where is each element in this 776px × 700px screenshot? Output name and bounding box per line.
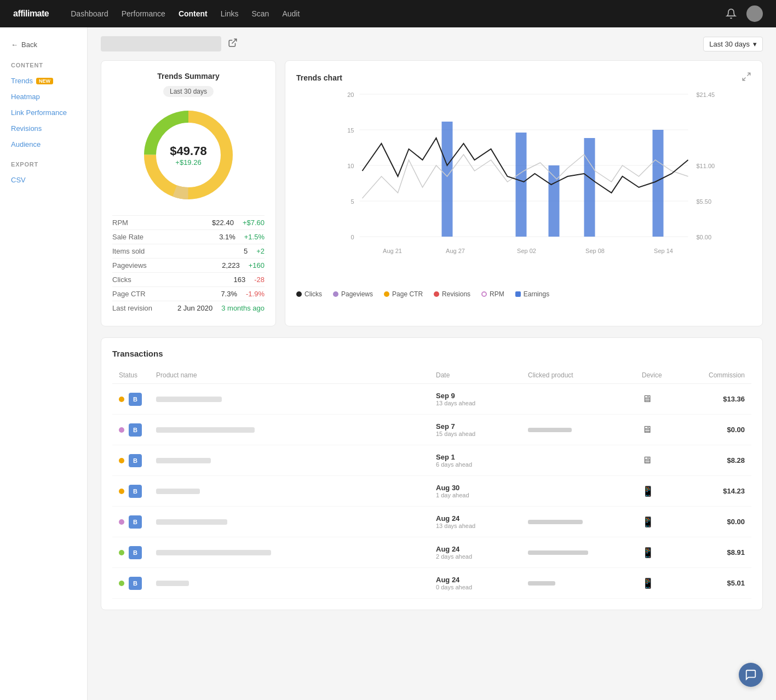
nav-audit[interactable]: Audit <box>282 9 300 18</box>
mobile-icon: 📱 <box>642 547 654 558</box>
donut-value: $49.78 <box>170 144 206 158</box>
svg-text:10: 10 <box>347 163 354 169</box>
status-dot <box>119 427 124 433</box>
svg-rect-29 <box>584 138 595 237</box>
nav-performance[interactable]: Performance <box>122 9 165 18</box>
row1-commission: $13.36 <box>690 395 745 403</box>
legend-clicks: Clicks <box>296 290 322 298</box>
legend-revisions-label: Revisions <box>442 290 470 298</box>
row7-commission: $5.01 <box>690 579 745 587</box>
page-title-input[interactable] <box>101 36 221 51</box>
product-name-bar <box>156 550 271 555</box>
trends-label: Trends <box>11 77 33 85</box>
sidebar-item-link-performance[interactable]: Link Performance <box>0 105 87 121</box>
stat-items-sold-label: Items sold <box>112 247 145 255</box>
row5-date: Aug 24 13 days ahead <box>436 514 524 529</box>
chat-bubble[interactable] <box>739 663 763 687</box>
row3-device: 🖥 <box>642 455 686 466</box>
row2-product <box>156 427 432 433</box>
sidebar-item-trends[interactable]: Trends NEW <box>0 73 87 89</box>
product-icon: B <box>129 515 142 529</box>
fullscreen-icon[interactable] <box>741 72 751 83</box>
donut-change: +$19.26 <box>170 158 206 167</box>
date-secondary: 1 day ahead <box>436 492 524 498</box>
date-primary: Aug 24 <box>436 514 524 523</box>
sidebar-item-revisions[interactable]: Revisions <box>0 121 87 136</box>
avatar[interactable] <box>746 5 763 22</box>
date-secondary: 15 days ahead <box>436 431 524 437</box>
product-name-bar <box>156 581 189 586</box>
row6-device: 📱 <box>642 547 686 559</box>
row3-commission: $8.28 <box>690 456 745 464</box>
sidebar-section-content: CONTENT <box>0 62 87 73</box>
product-name-bar <box>156 519 227 525</box>
sidebar-item-audience[interactable]: Audience <box>0 136 87 152</box>
stat-rpm-label: RPM <box>112 219 128 227</box>
col-product: Product name <box>156 371 432 379</box>
status-dot <box>119 519 124 525</box>
product-icon: B <box>129 454 142 467</box>
stat-clicks-values: 163 -28 <box>218 276 265 284</box>
notification-icon[interactable] <box>725 7 738 20</box>
stat-clicks-delta: -28 <box>254 276 265 284</box>
svg-text:$21.45: $21.45 <box>697 91 715 98</box>
svg-text:5: 5 <box>350 198 354 205</box>
nav-content[interactable]: Content <box>179 9 208 18</box>
legend-rpm-label: RPM <box>490 290 504 298</box>
svg-text:15: 15 <box>347 127 354 134</box>
row4-product <box>156 489 432 494</box>
sidebar-item-csv[interactable]: CSV <box>0 172 87 188</box>
nav-links[interactable]: Links <box>221 9 239 18</box>
date-primary: Sep 1 <box>436 453 524 461</box>
status-dot <box>119 489 124 494</box>
svg-text:$5.50: $5.50 <box>697 198 712 205</box>
row7-product <box>156 581 432 586</box>
stat-page-ctr-values: 7.3% -1.9% <box>210 290 265 298</box>
row7-status: B <box>119 577 152 590</box>
row7-date: Aug 24 0 days ahead <box>436 576 524 590</box>
date-primary: Sep 9 <box>436 392 524 400</box>
row3-date: Sep 1 6 days ahead <box>436 453 524 468</box>
cards-row: Trends Summary Last 30 days <box>101 60 763 326</box>
row6-commission: $8.91 <box>690 548 745 556</box>
transactions-section: Transactions Status Product name Date Cl… <box>101 337 763 610</box>
row2-commission: $0.00 <box>690 426 745 434</box>
stat-sale-rate-label: Sale Rate <box>112 233 143 241</box>
stat-clicks: Clicks 163 -28 <box>112 272 265 286</box>
stat-sale-rate-values: 3.1% +1.5% <box>208 233 265 241</box>
legend-clicks-dot <box>296 291 302 297</box>
row5-commission: $0.00 <box>690 518 745 526</box>
product-icon: B <box>129 577 142 590</box>
date-filter-label: Last 30 days <box>709 40 750 48</box>
sidebar-item-heatmap[interactable]: Heatmap <box>0 89 87 105</box>
stat-items-sold-value: 5 <box>220 247 248 255</box>
row4-date: Aug 30 1 day ahead <box>436 484 524 498</box>
row2-status: B <box>119 423 152 437</box>
table-row: B Aug 24 2 days ahead 📱 $8.91 <box>112 537 751 568</box>
nav-scan[interactable]: Scan <box>251 9 269 18</box>
legend-page-ctr-dot <box>384 291 389 297</box>
stat-last-revision: Last revision 2 Jun 2020 3 months ago <box>112 301 265 315</box>
stat-clicks-label: Clicks <box>112 276 131 284</box>
stat-page-ctr-value: 7.3% <box>210 290 237 298</box>
stat-last-revision-values: 2 Jun 2020 3 months ago <box>177 304 265 312</box>
row5-clicked <box>528 520 637 524</box>
desktop-icon: 🖥 <box>642 455 652 466</box>
sidebar-section-export: EXPORT <box>0 152 87 172</box>
date-filter[interactable]: Last 30 days ▾ <box>703 37 763 51</box>
nav-dashboard[interactable]: Dashboard <box>71 9 108 18</box>
row4-commission: $14.23 <box>690 487 745 495</box>
csv-label: CSV <box>11 176 26 184</box>
stat-pageviews-values: 2,223 +160 <box>212 261 265 269</box>
svg-text:$11.00: $11.00 <box>697 163 715 169</box>
back-button[interactable]: ← Back <box>0 36 87 53</box>
external-link-icon[interactable] <box>228 38 238 50</box>
table-row: B Aug 30 1 day ahead 📱 $14.23 <box>112 476 751 507</box>
product-icon: B <box>129 485 142 498</box>
row7-clicked <box>528 581 637 586</box>
row6-product <box>156 550 432 555</box>
stat-sale-rate-delta: +1.5% <box>244 233 265 241</box>
stat-rpm-delta: +$7.60 <box>243 219 265 227</box>
logo: affilimate <box>13 9 49 19</box>
top-bar: Last 30 days ▾ <box>101 36 763 51</box>
